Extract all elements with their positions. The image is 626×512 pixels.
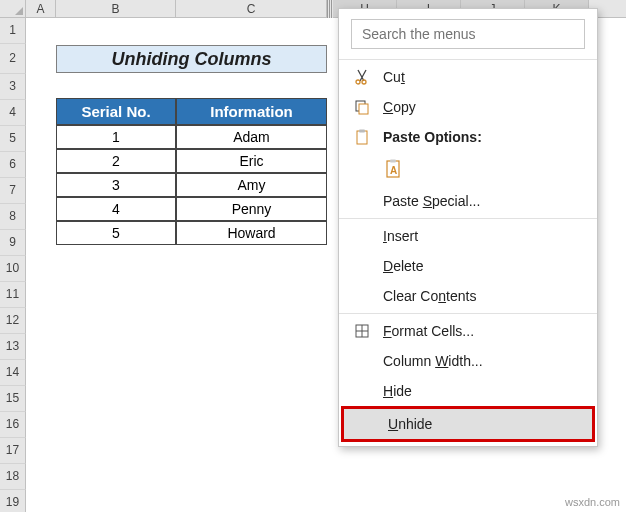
row-header[interactable]: 7 [0,178,26,204]
copy-icon [351,99,373,115]
menu-label: Clear Contents [383,288,476,304]
row-header[interactable]: 4 [0,100,26,126]
format-cells-icon [351,323,373,339]
row-header[interactable]: 14 [0,360,26,386]
svg-rect-4 [357,131,367,144]
svg-text:A: A [390,165,397,176]
cell[interactable]: 3 [56,173,176,197]
select-all-corner[interactable] [0,0,26,18]
row-header[interactable]: 18 [0,464,26,490]
cell[interactable]: 2 [56,149,176,173]
separator [339,59,597,60]
menu-paste-options: Paste Options: [339,122,597,152]
row-header[interactable]: 6 [0,152,26,178]
context-menu: Cut Copy Paste Options: A Paste Special.… [338,8,598,447]
svg-rect-5 [359,130,365,133]
cell[interactable]: 1 [56,125,176,149]
row-header[interactable]: 12 [0,308,26,334]
cell[interactable]: 5 [56,221,176,245]
col-header-c[interactable]: C [176,0,327,17]
row-header[interactable]: 17 [0,438,26,464]
col-header-b[interactable]: B [56,0,176,17]
row-header[interactable]: 3 [0,74,26,100]
row-header[interactable]: 2 [0,44,26,74]
menu-paste-values[interactable]: A [339,152,597,186]
cell[interactable]: Eric [176,149,327,173]
paste-values-icon: A [383,159,405,179]
cell[interactable]: Adam [176,125,327,149]
menu-delete[interactable]: Delete [339,251,597,281]
row-headers: 1 2 3 4 5 6 7 8 9 10 11 12 13 14 15 16 1… [0,18,26,512]
data-table: Serial No. Information 1Adam 2Eric 3Amy … [56,98,327,245]
menu-label: Delete [383,258,423,274]
menu-label: Paste Options: [383,129,482,145]
separator [339,218,597,219]
menu-label: Paste Special... [383,193,480,209]
cell[interactable]: Amy [176,173,327,197]
row-header[interactable]: 13 [0,334,26,360]
row-header[interactable]: 1 [0,18,26,44]
cell[interactable]: 4 [56,197,176,221]
svg-point-0 [356,80,360,84]
svg-rect-3 [359,104,368,114]
row-header[interactable]: 9 [0,230,26,256]
separator [339,313,597,314]
menu-copy[interactable]: Copy [339,92,597,122]
menu-clear-contents[interactable]: Clear Contents [339,281,597,311]
row-header[interactable]: 11 [0,282,26,308]
menu-label: Column Width... [383,353,483,369]
watermark: wsxdn.com [565,496,620,508]
menu-paste-special[interactable]: Paste Special... [339,186,597,216]
menu-format-cells[interactable]: Format Cells... [339,316,597,346]
cut-icon [351,69,373,85]
menu-hide[interactable]: Hide [339,376,597,406]
menu-unhide[interactable]: Unhide [344,409,592,439]
clipboard-icon [351,129,373,145]
row-header[interactable]: 5 [0,126,26,152]
col-header-a[interactable]: A [26,0,56,17]
row-header[interactable]: 16 [0,412,26,438]
menu-column-width[interactable]: Column Width... [339,346,597,376]
hidden-columns-indicator[interactable] [327,0,333,18]
page-title: Unhiding Columns [56,45,327,73]
menu-label: Cut [383,69,405,85]
menu-label: Format Cells... [383,323,474,339]
svg-rect-7 [390,160,396,163]
menu-label: Copy [383,99,416,115]
th-serial: Serial No. [56,98,176,125]
th-info: Information [176,98,327,125]
row-header[interactable]: 8 [0,204,26,230]
menu-cut[interactable]: Cut [339,62,597,92]
menu-search-input[interactable] [351,19,585,49]
row-header[interactable]: 10 [0,256,26,282]
row-header[interactable]: 15 [0,386,26,412]
menu-label: Unhide [388,416,432,432]
svg-point-1 [362,80,366,84]
row-header[interactable]: 19 [0,490,26,512]
menu-insert[interactable]: Insert [339,221,597,251]
menu-label: Insert [383,228,418,244]
cell[interactable]: Penny [176,197,327,221]
menu-label: Hide [383,383,412,399]
cell[interactable]: Howard [176,221,327,245]
